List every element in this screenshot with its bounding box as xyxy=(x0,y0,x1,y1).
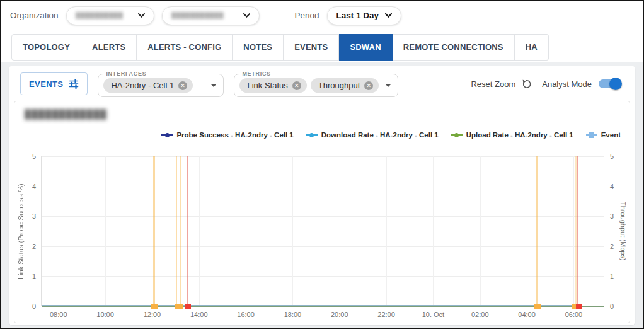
x-tick: 02:00 xyxy=(471,311,489,318)
chip-remove-icon[interactable] xyxy=(178,81,187,90)
period-label: Period xyxy=(295,11,319,20)
legend-item-probe-success[interactable]: Probe Success - HA-2ndry - Cell 1 xyxy=(161,131,293,139)
chevron-down-icon xyxy=(243,13,250,18)
y-tick-left: 2 xyxy=(25,243,36,250)
gridline xyxy=(199,156,200,306)
device-value: ███████████ xyxy=(171,12,224,19)
x-tick: 22:00 xyxy=(377,311,395,318)
gridline xyxy=(386,156,387,306)
gridline xyxy=(42,156,604,157)
gridline xyxy=(42,246,604,247)
legend-label: Download Rate - HA-2ndry - Cell 1 xyxy=(321,131,439,139)
legend-line-marker-icon xyxy=(161,134,173,136)
y-axis-label-left: Link Status (Probe Success %) xyxy=(17,156,25,306)
event-line-orange[interactable] xyxy=(180,156,181,306)
event-marker-orange[interactable] xyxy=(534,304,541,309)
legend-line-marker-icon xyxy=(306,134,318,136)
download-rate-series-line xyxy=(42,305,577,306)
content-area: EVENTS INTERFACES HA-2ndr xyxy=(1,62,643,328)
tab-sdwan[interactable]: SDWAN xyxy=(339,34,392,61)
tab-alerts[interactable]: ALERTS xyxy=(81,34,137,61)
event-line-red[interactable] xyxy=(187,156,188,306)
y-tick-right: 4 xyxy=(610,183,621,190)
y-tick-left: 5 xyxy=(25,153,36,160)
events-filter-button[interactable]: EVENTS xyxy=(20,72,88,95)
y-tick-left: 0 xyxy=(25,303,36,310)
legend-label: Upload Rate - HA-2ndry - Cell 1 xyxy=(466,131,573,139)
event-marker-red[interactable] xyxy=(576,304,582,309)
tab-remote-connections[interactable]: REMOTE CONNECTIONS xyxy=(393,34,515,61)
event-line-orange[interactable] xyxy=(176,156,177,306)
tab-notes[interactable]: NOTES xyxy=(233,34,284,61)
metric-chip-throughput[interactable]: Throughput xyxy=(311,78,379,93)
event-line-orange[interactable] xyxy=(575,156,577,306)
gridline xyxy=(105,156,106,306)
event-line-orange[interactable] xyxy=(153,156,155,306)
metric-chip-link-status[interactable]: Link Status xyxy=(239,78,306,93)
y-tick-left: 3 xyxy=(25,212,36,220)
events-button-label: EVENTS xyxy=(29,79,63,89)
gridline xyxy=(59,156,59,306)
legend-line-marker-icon xyxy=(451,134,463,136)
legend-square-marker-icon xyxy=(586,134,597,136)
period-select[interactable]: Last 1 Day xyxy=(327,6,402,25)
x-tick: 10. Oct xyxy=(422,311,444,318)
chart-title: ████████████ xyxy=(25,109,107,119)
legend-item-upload-rate[interactable]: Upload Rate - HA-2ndry - Cell 1 xyxy=(451,131,573,139)
chip-remove-icon[interactable] xyxy=(292,81,301,90)
x-tick: 08:00 xyxy=(50,311,67,318)
top-bar: Organization ██████████ ███████████ Peri… xyxy=(1,1,643,30)
interface-chip[interactable]: HA-2ndry - Cell 1 xyxy=(103,78,193,93)
event-marker-red[interactable] xyxy=(185,304,191,309)
y-axis-label-right: Throughput (Mbps) xyxy=(619,156,627,306)
dropdown-arrow-icon[interactable] xyxy=(385,84,391,87)
event-marker-orange[interactable] xyxy=(175,304,183,309)
chip-remove-icon[interactable] xyxy=(364,81,373,90)
toggle-knob[interactable] xyxy=(609,78,622,90)
legend-item-download-rate[interactable]: Download Rate - HA-2ndry - Cell 1 xyxy=(306,131,439,139)
interfaces-select[interactable]: INTERFACES HA-2ndry - Cell 1 xyxy=(98,71,224,97)
organization-label: Organization xyxy=(10,11,59,20)
chart-container: ████████████ Probe Success - HA-2ndry - … xyxy=(14,101,630,323)
dropdown-arrow-icon[interactable] xyxy=(210,84,217,87)
organization-value: ██████████ xyxy=(76,12,124,19)
analyst-mode-toggle[interactable] xyxy=(599,79,620,88)
metric-chip-label: Link Status xyxy=(247,81,287,90)
tab-events[interactable]: EVENTS xyxy=(284,34,339,61)
tab-ha[interactable]: HA xyxy=(515,34,549,61)
metrics-legend: METRICS xyxy=(239,71,273,77)
x-tick: 12:00 xyxy=(144,311,161,318)
y-tick-left: 4 xyxy=(25,183,36,190)
reset-zoom-icon xyxy=(521,79,532,89)
device-select[interactable]: ███████████ xyxy=(162,6,260,25)
tab-alerts-config[interactable]: ALERTS - CONFIG xyxy=(137,34,233,61)
app-window: Organization ██████████ ███████████ Peri… xyxy=(0,0,644,329)
x-tick: 16:00 xyxy=(237,311,255,318)
sdwan-panel: EVENTS INTERFACES HA-2ndr xyxy=(9,66,635,325)
x-tick: 14:00 xyxy=(190,311,208,318)
organization-select[interactable]: ██████████ xyxy=(66,6,154,25)
y-tick-right: 1 xyxy=(610,272,621,280)
legend-item-event[interactable]: Event xyxy=(586,131,621,139)
x-tick: 06:00 xyxy=(565,311,583,318)
event-line-orange[interactable] xyxy=(536,156,538,306)
reset-zoom-button[interactable]: Reset Zoom xyxy=(471,79,532,89)
event-marker-orange[interactable] xyxy=(151,304,158,309)
chart-legend: Probe Success - HA-2ndry - Cell 1 Downlo… xyxy=(161,131,621,139)
x-tick: 04:00 xyxy=(518,311,536,318)
chevron-down-icon xyxy=(138,13,145,18)
x-tick: 20:00 xyxy=(331,311,348,318)
event-line-red[interactable] xyxy=(577,156,578,306)
plot-area[interactable]: 5 4 3 2 1 0 5 4 3 2 1 0 08:00 10:00 1 xyxy=(41,156,604,306)
chevron-down-icon xyxy=(385,13,392,18)
x-tick: 18:00 xyxy=(284,311,302,318)
tab-bar: TOPOLOGY ALERTS ALERTS - CONFIG NOTES EV… xyxy=(11,34,549,61)
interface-chip-label: HA-2ndry - Cell 1 xyxy=(111,81,174,90)
y-tick-right: 0 xyxy=(610,303,621,310)
x-tick: 10:00 xyxy=(96,311,114,318)
legend-label: Event xyxy=(601,131,621,139)
tab-topology[interactable]: TOPOLOGY xyxy=(11,34,81,61)
gridline xyxy=(42,216,604,217)
gridline xyxy=(292,156,293,306)
metrics-select[interactable]: METRICS Link Status Throughput xyxy=(234,71,398,97)
